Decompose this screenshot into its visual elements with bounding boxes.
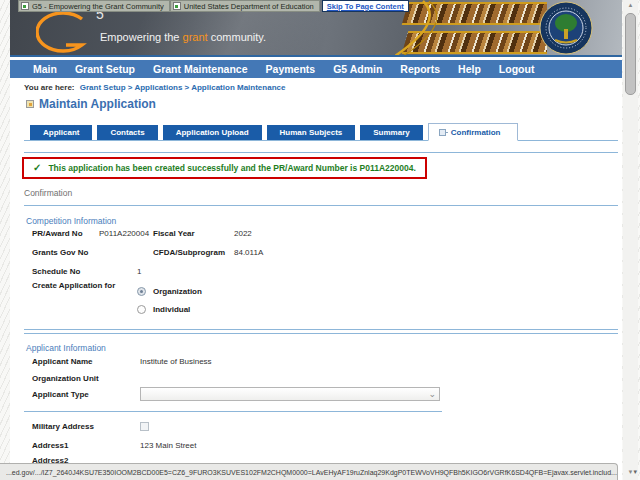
military-address-row: Military Address xyxy=(32,422,592,431)
success-message-box: ✓ This application has been created succ… xyxy=(22,157,427,179)
alt-box-ed: United States Department of Education xyxy=(170,0,320,12)
radio-organization[interactable]: Organization xyxy=(137,287,202,296)
tab-summary[interactable]: Summary xyxy=(360,125,422,140)
nav-item-logout[interactable]: Logout xyxy=(490,63,544,75)
breadcrumb-path[interactable]: Grant Setup > Applications > Application… xyxy=(80,83,286,92)
page-title-row: Maintain Application xyxy=(26,97,156,111)
nav-item-grant-setup[interactable]: Grant Setup xyxy=(66,63,144,75)
alt-text-g5: G5 - Empowering the Grant Community xyxy=(32,2,164,11)
nav-item-g5-admin[interactable]: G5 Admin xyxy=(324,63,391,75)
skip-link-box: Skip To Page Content xyxy=(322,0,409,12)
cfda-subprogram-label: CFDA/Subprogram xyxy=(153,248,234,257)
create-for-row: Create Application for xyxy=(32,281,432,290)
scroll-up-icon[interactable]: ▲ xyxy=(623,2,638,8)
browser-status-bar: ...ed.gov/.../IZ7_2640J4KSU7E350IOOM2BCD… xyxy=(0,463,618,480)
fiscal-year-value: 2022 xyxy=(234,229,592,238)
broken-image-icon xyxy=(21,2,29,10)
dept-of-education-seal xyxy=(538,1,594,56)
confirmation-tab-icon xyxy=(439,129,446,136)
divider-rule xyxy=(24,205,618,206)
tagline-post: community. xyxy=(208,31,266,43)
nav-item-reports[interactable]: Reports xyxy=(391,63,449,75)
confirmation-section-label: Confirmation xyxy=(24,188,72,198)
organization-unit-label: Organization Unit xyxy=(32,374,140,383)
nav-item-grant-maintenance[interactable]: Grant Maintenance xyxy=(144,63,257,75)
page-title: Maintain Application xyxy=(39,97,156,111)
pr-award-label: PR/Award No xyxy=(32,229,99,238)
applicant-name-value: Institute of Business xyxy=(140,357,592,366)
main-navbar: Main Grant Setup Grant Maintenance Payme… xyxy=(10,60,622,78)
tab-application-upload[interactable]: Application Upload xyxy=(163,125,262,140)
applicant-name-label: Applicant Name xyxy=(32,357,140,366)
broken-image-icon xyxy=(173,2,181,10)
status-url-text: ...ed.gov/.../IZ7_2640J4KSU7E350IOOM2BCD… xyxy=(6,469,617,476)
grants-gov-label: Grants Gov No xyxy=(32,248,99,257)
breadcrumb: You are here: Grant Setup > Applications… xyxy=(24,83,285,92)
section-double-rule xyxy=(24,329,618,334)
competition-information-heading: Competition Information xyxy=(26,216,116,226)
skip-to-content-link[interactable]: Skip To Page Content xyxy=(327,2,404,11)
fiscal-year-label: Fiscal Year xyxy=(153,229,234,238)
breadcrumb-prefix: You are here: xyxy=(24,83,75,92)
vertical-scrollbar[interactable]: ▲ ▼ xyxy=(623,0,638,480)
applicant-type-select[interactable]: ⌄ xyxy=(140,387,440,401)
pr-award-value: P011A220004 xyxy=(99,229,153,238)
nav-item-help[interactable]: Help xyxy=(449,63,490,75)
tab-bar: Applicant Contacts Application Upload Hu… xyxy=(30,123,518,140)
scrollbar-thumb[interactable] xyxy=(625,13,636,95)
checkmark-icon: ✓ xyxy=(33,163,41,173)
header-banner: 5 Empowering the grant community. G5 - E… xyxy=(10,0,622,57)
g5-application-screen: 5 Empowering the grant community. G5 - E… xyxy=(0,0,640,480)
radio-organization-label: Organization xyxy=(153,287,202,296)
address1-label: Address1 xyxy=(32,441,140,450)
tab-contacts[interactable]: Contacts xyxy=(97,125,157,140)
divider-rule xyxy=(24,152,618,153)
pr-award-row: PR/Award No P011A220004 Fiscal Year 2022 xyxy=(32,229,592,238)
page-body: 5 Empowering the grant community. G5 - E… xyxy=(10,0,622,480)
tagline-pre: Empowering the xyxy=(100,31,183,43)
address1-value: 123 Main Street xyxy=(140,441,592,450)
status-expand-icon[interactable]: ▾ xyxy=(633,468,637,476)
applicant-type-label: Applicant Type xyxy=(32,390,140,399)
radio-button-selected-icon[interactable] xyxy=(137,287,146,296)
radio-button-icon[interactable] xyxy=(137,305,146,314)
military-address-label: Military Address xyxy=(32,422,140,431)
create-application-for-label: Create Application for xyxy=(32,281,137,290)
nav-item-main[interactable]: Main xyxy=(24,63,66,75)
schedule-no-value: 1 xyxy=(137,267,432,276)
alt-text-ed: United States Department of Education xyxy=(184,2,314,11)
applicant-information-heading: Applicant Information xyxy=(26,343,106,353)
tagline-grant: grant xyxy=(183,31,208,43)
organization-unit-row: Organization Unit xyxy=(32,374,592,383)
bookshelf-image xyxy=(395,0,547,57)
address1-row: Address1 123 Main Street xyxy=(32,441,592,450)
address-divider-rule xyxy=(24,411,442,412)
banner-tagline: Empowering the grant community. xyxy=(100,31,266,43)
tab-human-subjects[interactable]: Human Subjects xyxy=(267,125,356,140)
g5-logo-g xyxy=(36,10,94,56)
success-message-text: This application has been created succes… xyxy=(48,163,415,173)
radio-individual-label: Individual xyxy=(153,305,190,314)
tab-confirmation[interactable]: Confirmation xyxy=(428,123,518,141)
window-bullet-icon xyxy=(26,100,34,108)
nav-item-payments[interactable]: Payments xyxy=(257,63,325,75)
tab-applicant[interactable]: Applicant xyxy=(30,125,92,140)
alt-box-g5: G5 - Empowering the Grant Community xyxy=(18,0,170,12)
banner-alt-strip: G5 - Empowering the Grant Community Unit… xyxy=(18,0,409,12)
military-address-checkbox[interactable] xyxy=(140,422,149,431)
schedule-no-label: Schedule No xyxy=(32,267,137,276)
radio-individual[interactable]: Individual xyxy=(137,305,190,314)
tab-confirmation-label: Confirmation xyxy=(451,128,501,137)
chevron-down-icon: ⌄ xyxy=(428,390,439,399)
cfda-subprogram-value: 84.011A xyxy=(234,248,592,257)
applicant-name-row: Applicant Name Institute of Business xyxy=(32,357,592,366)
grants-gov-row: Grants Gov No CFDA/Subprogram 84.011A xyxy=(32,248,592,257)
schedule-row: Schedule No 1 xyxy=(32,267,432,276)
tabs-underline xyxy=(24,140,618,141)
